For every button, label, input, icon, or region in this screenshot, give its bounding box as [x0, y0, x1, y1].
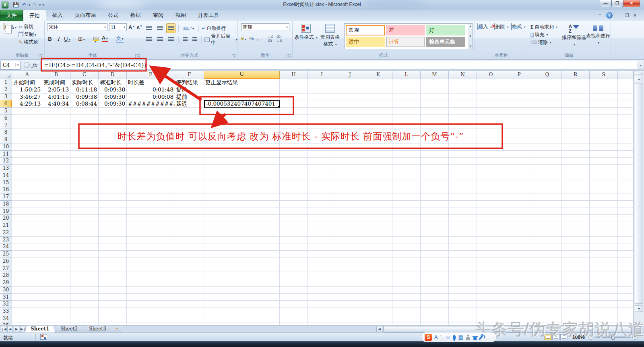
cell-Q10[interactable]: [533, 143, 561, 151]
cell-Q33[interactable]: [533, 308, 561, 315]
first-sheet-icon[interactable]: ❘◀: [1, 326, 6, 332]
cell-J19[interactable]: [336, 208, 364, 215]
cell-J4[interactable]: [336, 100, 364, 108]
cell-M22[interactable]: [421, 229, 449, 237]
cell-R31[interactable]: [561, 294, 590, 301]
column-header-K[interactable]: K: [364, 71, 392, 79]
cell-F28[interactable]: [175, 272, 204, 279]
cell-O33[interactable]: [477, 308, 505, 315]
cell-L34[interactable]: [392, 315, 421, 322]
cell-M3[interactable]: [421, 94, 449, 101]
cell-S9[interactable]: [590, 136, 618, 143]
cell-N17[interactable]: [449, 193, 477, 201]
cell-E28[interactable]: [127, 272, 175, 279]
cell-A18[interactable]: [12, 201, 42, 208]
cell-A2[interactable]: 1:50:25: [12, 86, 42, 94]
cell-C21[interactable]: [70, 222, 99, 229]
cell-G26[interactable]: [204, 258, 280, 265]
sheet-tab-Sheet3[interactable]: Sheet3: [83, 326, 112, 333]
cell-O32[interactable]: [477, 301, 505, 308]
cell-F17[interactable]: [175, 193, 204, 201]
cell-H24[interactable]: [280, 243, 308, 251]
cell-D20[interactable]: [99, 215, 127, 222]
cell-L25[interactable]: [392, 251, 421, 258]
cell-N24[interactable]: [449, 243, 477, 251]
cell-J5[interactable]: [336, 108, 364, 115]
cell-E17[interactable]: [127, 193, 175, 201]
cell-K34[interactable]: [364, 315, 392, 322]
cell-J15[interactable]: [336, 179, 364, 187]
cell-C16[interactable]: [70, 186, 99, 193]
expand-formula-bar-icon[interactable]: ▾: [638, 61, 644, 70]
cell-K31[interactable]: [364, 294, 392, 301]
cell-R3[interactable]: [561, 94, 590, 101]
cell-J25[interactable]: [336, 251, 364, 258]
cell-F15[interactable]: [175, 179, 204, 187]
cell-A23[interactable]: [12, 237, 42, 244]
cell-P18[interactable]: [505, 201, 533, 208]
column-header-C[interactable]: C: [70, 71, 99, 79]
cell-E29[interactable]: [127, 279, 175, 287]
cell-J6[interactable]: [336, 115, 364, 122]
cell-M31[interactable]: [421, 294, 449, 301]
cell-K1[interactable]: [364, 79, 392, 86]
italic-icon[interactable]: I: [56, 36, 61, 42]
increase-indent-icon[interactable]: [191, 35, 198, 44]
collapse-ribbon-icon[interactable]: ⌃: [599, 13, 602, 18]
cell-S31[interactable]: [590, 294, 618, 301]
cell-L33[interactable]: [392, 308, 421, 315]
cell-R15[interactable]: [561, 179, 590, 187]
alignment-dialog-launcher-icon[interactable]: ↘: [232, 54, 236, 58]
cell-N33[interactable]: [449, 308, 477, 315]
cell-C12[interactable]: [70, 158, 99, 165]
column-header-I[interactable]: I: [308, 71, 336, 79]
cell-E4[interactable]: ###############: [127, 100, 175, 108]
cell-C30[interactable]: [70, 287, 99, 294]
row-header-21[interactable]: 21: [0, 222, 12, 229]
cell-O31[interactable]: [477, 294, 505, 301]
scroll-left-icon[interactable]: ◀: [376, 326, 382, 332]
cell-B12[interactable]: [42, 158, 70, 165]
cell-I13[interactable]: [308, 165, 336, 172]
cell-S23[interactable]: [590, 237, 618, 244]
restore-button[interactable]: ❐: [611, 0, 623, 7]
cell-C34[interactable]: [70, 315, 99, 322]
cell-Q25[interactable]: [533, 251, 561, 258]
cell-H29[interactable]: [280, 279, 308, 287]
person-icon[interactable]: [466, 336, 470, 341]
cell-S6[interactable]: [590, 115, 618, 122]
cell-R6[interactable]: [561, 115, 590, 122]
row-header-34[interactable]: 34: [0, 315, 12, 322]
cell-Q6[interactable]: [533, 115, 561, 122]
cell-D11[interactable]: [99, 151, 127, 158]
cell-Q7[interactable]: [533, 122, 561, 129]
cell-B25[interactable]: [42, 251, 70, 258]
cell-J20[interactable]: [336, 215, 364, 222]
ribbon-tab-视图[interactable]: 视图: [169, 10, 192, 21]
cell-K27[interactable]: [364, 265, 392, 272]
format-painter-button[interactable]: ✎格式刷: [19, 38, 38, 46]
cell-Q26[interactable]: [533, 258, 561, 265]
cell-G24[interactable]: [204, 243, 280, 251]
cell-K16[interactable]: [364, 186, 392, 193]
cell-Q9[interactable]: [533, 136, 561, 143]
cell-F33[interactable]: [175, 308, 204, 315]
cell-C4[interactable]: 0:08:44: [70, 100, 99, 108]
cell-Q4[interactable]: [533, 100, 561, 108]
cell-R21[interactable]: [561, 222, 590, 229]
cell-O2[interactable]: [477, 86, 505, 94]
cell-G33[interactable]: [204, 308, 280, 315]
cell-J33[interactable]: [336, 308, 364, 315]
cell-A11[interactable]: [12, 151, 42, 158]
gallery-down-icon[interactable]: ▼: [469, 35, 472, 37]
column-header-A[interactable]: A: [12, 71, 42, 79]
cell-R22[interactable]: [561, 229, 590, 237]
cell-N4[interactable]: [449, 100, 477, 108]
cell-H21[interactable]: [280, 222, 308, 229]
cell-F16[interactable]: [175, 186, 204, 193]
cell-K2[interactable]: [364, 86, 392, 94]
cell-style-检查单元格[interactable]: 检查单元格: [426, 37, 465, 47]
cell-D23[interactable]: [99, 237, 127, 244]
cell-C13[interactable]: [70, 165, 99, 172]
cell-P4[interactable]: [505, 100, 533, 108]
